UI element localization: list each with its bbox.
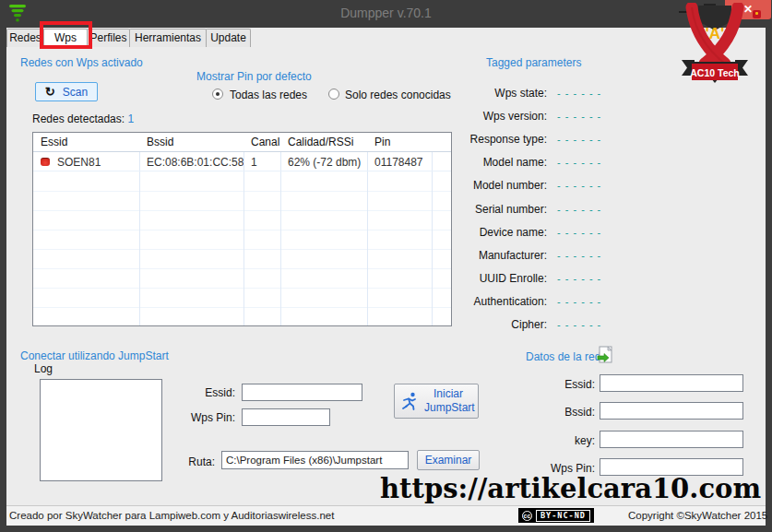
examinar-button[interactable]: Examinar: [417, 450, 480, 470]
start-jumpstart-label: Iniciar JumpStart: [424, 387, 472, 415]
table-row[interactable]: SOEN81 EC:08:6B:01:CC:58 1 62% (-72 dbm)…: [33, 153, 451, 171]
watermark: https://artikelcara10.com: [380, 473, 758, 504]
radio-all-networks-label: Todas las redes: [230, 89, 307, 101]
mini-shield-icon: [753, 10, 761, 18]
refresh-icon: ↻: [45, 85, 55, 99]
col-header-bssid[interactable]: Bssid: [139, 133, 243, 151]
tagged-row: Response type:- - - - - -: [441, 127, 662, 150]
tagged-row: Device name:- - - - - -: [441, 220, 662, 243]
net-essid-input[interactable]: [600, 374, 743, 392]
net-key-input[interactable]: [600, 431, 743, 448]
radio-known-networks[interactable]: [328, 89, 339, 100]
col-header-canal[interactable]: Canal: [243, 133, 280, 151]
net-data-title: Datos de la red: [526, 350, 600, 363]
tagged-row: Cipher:- - - - - -: [441, 313, 662, 337]
tagged-parameters-title: Tagged parameters: [486, 56, 581, 69]
networks-table: Essid Bssid Canal Calidad/RSSi Pin SOEN8…: [32, 132, 452, 326]
detected-networks-count: 1: [127, 112, 134, 125]
scan-button-label: Scan: [63, 86, 88, 99]
tagged-row: Serial number:- - - - - -: [441, 197, 662, 220]
tagged-row: Manufacturer:- - - - - -: [441, 243, 662, 266]
net-bssid-input[interactable]: [600, 402, 743, 420]
close-button[interactable]: ✕: [725, 0, 771, 19]
tagged-row: Model number:- - - - - -: [441, 174, 662, 197]
tab-wps[interactable]: Wps: [43, 29, 88, 48]
jumpstart-section-title: Conectar utilizando JumpStart: [20, 349, 169, 362]
network-status-icon: [41, 158, 50, 166]
essid-label: Essid:: [166, 386, 235, 399]
running-man-icon: [400, 391, 419, 411]
net-bssid-label: Bssid:: [521, 406, 595, 419]
examinar-label: Examinar: [425, 454, 472, 467]
status-credit: Creado por SkyWatcher para Lampiweb.com …: [9, 510, 334, 521]
log-box: [40, 379, 162, 481]
tab-update[interactable]: Update: [206, 29, 251, 47]
table-header-row: Essid Bssid Canal Calidad/RSSi Pin: [33, 133, 451, 152]
networks-section-title: Redes con Wps activado: [20, 56, 143, 69]
cc-license-badge: cc BY-NC-ND: [518, 508, 594, 523]
tab-redes[interactable]: Redes: [6, 29, 44, 47]
tab-bar: Redes Wps Perfiles Herramientas Update: [6, 29, 250, 48]
essid-input[interactable]: [242, 384, 362, 401]
start-jumpstart-button[interactable]: Iniciar JumpStart: [394, 384, 479, 419]
scan-button[interactable]: ↻ Scan: [35, 82, 98, 101]
minimize-button[interactable]: [679, 11, 692, 13]
col-header-calidad[interactable]: Calidad/RSSi: [280, 133, 367, 151]
net-essid-label: Essid:: [521, 378, 595, 391]
tagged-row: UUID Enrolle:- - - - - -: [441, 267, 662, 290]
tagged-parameters-list: Wps state:- - - - - - Wps version:- - - …: [441, 81, 662, 337]
cc-license-label: BY-NC-ND: [536, 510, 590, 522]
tab-perfiles[interactable]: Perfiles: [87, 29, 130, 47]
window-title: Dumpper v.70.1: [0, 6, 772, 20]
wps-pin-input[interactable]: [242, 408, 330, 426]
detected-networks-label: Redes detectadas: 1: [32, 112, 134, 125]
cc-icon: cc: [522, 511, 532, 521]
col-header-essid[interactable]: Essid: [33, 133, 139, 151]
radio-all-networks[interactable]: [212, 89, 223, 100]
net-key-label: key:: [521, 434, 595, 447]
tab-herramientas[interactable]: Herramientas: [129, 29, 207, 47]
tagged-row: Authentication:- - - - - -: [441, 290, 662, 313]
col-header-pin[interactable]: Pin: [367, 133, 432, 151]
tagged-row: Model name:- - - - - -: [441, 151, 662, 174]
tagged-row: Wps version:- - - - - -: [441, 104, 662, 127]
wps-pin-label: Wps Pin:: [166, 411, 235, 424]
tagged-row: Wps state:- - - - - -: [441, 81, 662, 104]
ruta-label: Ruta:: [157, 455, 215, 468]
radio-known-networks-label: Solo redes conocidas: [345, 89, 451, 101]
show-pin-title: Mostrar Pin por defecto: [196, 70, 312, 83]
ruta-input[interactable]: [221, 451, 409, 469]
log-label: Log: [34, 362, 53, 375]
table-empty-rows: [33, 172, 451, 325]
export-network-icon[interactable]: [597, 346, 613, 364]
maximize-button[interactable]: [704, 4, 716, 13]
copyright-text: Copyright ©SkyWatcher 2015: [628, 510, 767, 521]
